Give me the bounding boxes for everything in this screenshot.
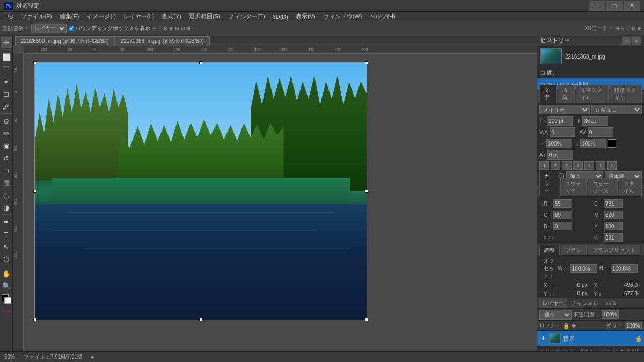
c-input[interactable]	[604, 199, 623, 208]
tracking-input[interactable]	[550, 127, 575, 137]
canvas-area: 22026500_m.jpg @ 96.7% (RGB/8#) 22161368…	[13, 35, 537, 351]
history-icon-1[interactable]: ◁	[622, 37, 631, 45]
close-button[interactable]: ✕	[624, 1, 640, 11]
tab-paths[interactable]: パス	[603, 299, 620, 308]
font-style-select[interactable]: レギュ...	[591, 105, 642, 114]
layer-visibility-eye[interactable]: 👁	[539, 335, 547, 342]
r-label: R	[544, 201, 551, 207]
tracking-label: V/A	[539, 129, 548, 135]
tab-color[interactable]: カラー	[539, 171, 559, 196]
spot-heal-tool[interactable]: ⊕	[1, 115, 12, 127]
menu-select[interactable]: 選択範囲(S)	[186, 12, 224, 21]
quick-select-tool[interactable]: ✦	[1, 76, 12, 88]
crop-tool[interactable]: ⊡	[1, 88, 12, 100]
blur-tool[interactable]: ◌	[1, 189, 12, 201]
auto-select-dropdown[interactable]: レイヤー	[31, 24, 67, 33]
blend-mode-select[interactable]: 通常	[539, 310, 572, 320]
b-input[interactable]	[553, 222, 572, 230]
canvas-tab-1[interactable]: 22026500_m.jpg @ 96.7% (RGB/8#)	[15, 36, 115, 46]
font-size-input[interactable]	[547, 116, 573, 126]
canvas-content[interactable]: -100 -50 0 50 100 150 200 250 300 350 40…	[13, 46, 537, 351]
move-tool[interactable]: ✛	[1, 37, 12, 48]
menu-type[interactable]: 書式(Y)	[158, 12, 185, 21]
transform-checkbox-label[interactable]: バウンディングボックスを表示	[69, 25, 150, 32]
menu-image[interactable]: イメージ(I)	[83, 12, 119, 21]
w-input[interactable]	[570, 264, 597, 273]
superscript-btn[interactable]: T	[584, 161, 594, 170]
type-tool[interactable]: T	[1, 228, 12, 240]
tab-char-style[interactable]: 文字スタイル	[576, 85, 608, 103]
text-color-swatch[interactable]	[608, 139, 616, 148]
menu-filter[interactable]: フィルター(T)	[225, 12, 268, 21]
pen-tool[interactable]: ✒	[1, 216, 12, 228]
menu-ps[interactable]: PS	[2, 13, 17, 20]
bit1-row: 8 bit	[540, 232, 590, 243]
menu-window[interactable]: ウィンドウ(W)	[320, 12, 365, 21]
file-info-status: ファイル：7.91M/7.91M	[24, 353, 82, 361]
tab-para-style[interactable]: 段落スタイル	[610, 85, 642, 103]
stamp-tool[interactable]: ◉	[1, 140, 12, 151]
eraser-tool[interactable]: ◻	[1, 164, 12, 176]
tab-swatches[interactable]: スウォッチ	[560, 178, 587, 196]
subscript-btn[interactable]: T	[596, 161, 605, 170]
lasso-tool[interactable]: ⌒	[1, 63, 12, 75]
tab-brush-preset[interactable]: ブラシプリセット	[588, 245, 640, 255]
menu-view[interactable]: 表示(V)	[292, 12, 319, 21]
strikethrough-btn[interactable]: T	[573, 161, 583, 170]
gradient-tool[interactable]: ▦	[1, 177, 12, 189]
history-item-1[interactable]: ⊡ 間、	[537, 67, 644, 78]
menu-file[interactable]: ファイル(F)	[18, 12, 55, 21]
r-input[interactable]	[553, 199, 572, 208]
x2-val: 496.0	[624, 282, 638, 289]
allcaps-btn[interactable]: T	[607, 161, 617, 170]
tab-styles[interactable]: スタイル	[619, 178, 642, 196]
m-input[interactable]	[604, 211, 623, 219]
tab-paragraph[interactable]: 段落	[558, 85, 575, 103]
kerning-input[interactable]	[588, 127, 613, 137]
scale-v-input[interactable]	[580, 139, 606, 148]
y-input[interactable]	[604, 222, 623, 230]
menu-layer[interactable]: レイヤー(L)	[120, 12, 157, 21]
baseline-input[interactable]	[547, 150, 573, 160]
tab-character[interactable]: 文字	[539, 85, 557, 103]
layer-row-background[interactable]: 👁 背景 🔒	[537, 331, 644, 346]
transform-checkbox[interactable]	[69, 26, 74, 31]
tab-adjustments[interactable]: 調整	[539, 245, 560, 255]
k-input[interactable]	[604, 233, 623, 242]
tab-brush[interactable]: ブラシ	[561, 245, 587, 255]
path-select-tool[interactable]: ↖	[1, 241, 12, 252]
g-input[interactable]	[553, 211, 572, 219]
tab-copy-source[interactable]: コピーソース	[588, 178, 618, 196]
brush-tool[interactable]: ✏	[1, 127, 12, 139]
menu-edit[interactable]: 編集(E)	[56, 12, 83, 21]
opacity-input[interactable]	[602, 310, 619, 319]
background-color[interactable]	[4, 297, 11, 304]
dodge-tool[interactable]: ◑	[1, 201, 12, 213]
marquee-tool[interactable]: ⬜	[1, 51, 12, 63]
zoom-tool[interactable]: 🔍	[1, 280, 12, 292]
eyedropper-tool[interactable]: 🖊	[1, 100, 12, 112]
color-picker[interactable]	[2, 294, 11, 304]
canvas-tab-2[interactable]: 22161368_m.jpg @ 59% (RGB/8#)	[115, 36, 210, 46]
hand-tool[interactable]: ✋	[1, 267, 12, 279]
italic-btn[interactable]: T	[551, 161, 560, 170]
h-input[interactable]	[611, 264, 638, 273]
leading-input[interactable]	[582, 116, 608, 126]
maximize-button[interactable]: □	[606, 1, 623, 11]
shape-tool[interactable]: ⬡	[1, 253, 12, 265]
quick-mask-tool[interactable]: ⬚	[1, 307, 12, 318]
tab-channels[interactable]: チャンネル	[568, 299, 602, 308]
history-brush-tool[interactable]: ↺	[1, 152, 12, 164]
font-family-select[interactable]: メイリオ	[539, 105, 590, 114]
underline-btn[interactable]: T	[562, 161, 572, 170]
scale-h-input[interactable]	[546, 139, 572, 148]
tab-layers[interactable]: レイヤー	[539, 299, 567, 308]
status-arrow[interactable]: ►	[90, 354, 96, 360]
bold-btn[interactable]: T	[539, 161, 549, 170]
fill-input[interactable]	[625, 322, 642, 329]
menu-3d[interactable]: 3D(D)	[269, 13, 291, 20]
minimize-button[interactable]: ─	[589, 1, 605, 11]
menu-help[interactable]: ヘルプ(H)	[366, 12, 398, 21]
history-icon-2[interactable]: ≡	[632, 37, 641, 45]
photo-canvas[interactable]	[34, 62, 367, 320]
